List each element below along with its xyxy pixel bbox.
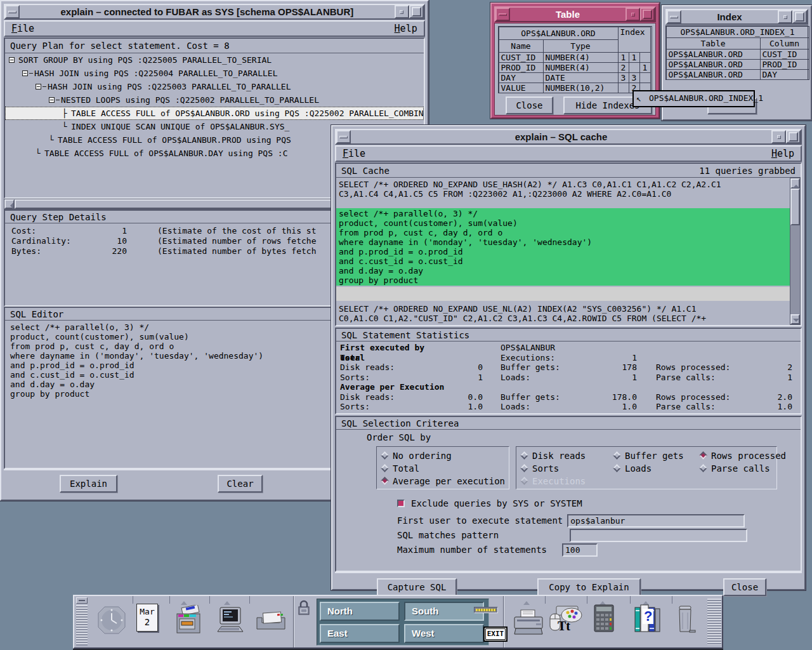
table-cell[interactable]: NUMBER(10,2) (543, 83, 619, 93)
radio-sorts[interactable]: Sorts (520, 462, 613, 475)
maximize-button[interactable] (786, 130, 801, 143)
table-cell[interactable]: CUST_ID (499, 52, 544, 63)
radio-diamond-icon[interactable] (699, 464, 707, 472)
radio-average-per-execution[interactable]: Average per execution (381, 475, 505, 488)
table-cell[interactable]: DATE (543, 72, 619, 83)
sql-cache-list[interactable]: SELECT /*+ ORDERED NO_EXPAND USE_HASH(A2… (336, 178, 790, 325)
maximize-button[interactable] (640, 8, 655, 21)
index-cell[interactable]: OPS$ALANBUR.ORD (666, 69, 761, 80)
workspace-south-button[interactable]: South (404, 602, 484, 621)
collapse-box-icon[interactable] (36, 84, 41, 90)
lock-icon[interactable] (297, 600, 311, 619)
panel-menu-button[interactable] (76, 597, 88, 604)
capture-sql-button[interactable]: Capture SQL (377, 578, 457, 596)
explain-titlebar[interactable]: explain – connected to FUBAR as SYS [sch… (4, 4, 425, 20)
clear-button[interactable]: Clear (218, 475, 263, 493)
window-menu-button[interactable] (336, 130, 351, 143)
radio-loads[interactable]: Loads (613, 462, 699, 475)
panel-left-grip[interactable] (76, 605, 88, 646)
workspace-north-button[interactable]: North (320, 602, 400, 621)
radio-diamond-icon[interactable] (520, 464, 528, 472)
cache-entry[interactable]: SELECT /*+ ORDERED NO_EXPAND USE_HASH(A2… (336, 179, 790, 199)
minimize-button[interactable] (771, 130, 786, 143)
scroll-down-arrow[interactable] (790, 314, 800, 324)
copy-to-explain-button[interactable]: Copy to Explain (537, 578, 641, 596)
index-cell[interactable]: DAY (760, 69, 809, 80)
radio-diamond-icon[interactable] (381, 477, 389, 485)
minimize-button[interactable] (625, 8, 640, 21)
plan-tree-row[interactable]: NESTED LOOPS using PQS :Q225002 PARALLEL… (5, 93, 424, 107)
table-cell[interactable]: VALUE (499, 83, 544, 93)
cache-entry-highlight-band[interactable] (336, 287, 790, 301)
plan-tree-row-selected[interactable]: ├ TABLE ACCESS FULL of OPS$ALANBUR.ORD u… (5, 107, 424, 120)
sql-pattern-input[interactable] (570, 529, 747, 542)
style-manager-icon[interactable]: Tt (549, 605, 584, 639)
subpanel-arrow-printer[interactable] (518, 597, 535, 603)
table-cell[interactable]: NUMBER(4) (543, 52, 619, 63)
workspace-west-button[interactable]: West (404, 624, 484, 643)
radio-parse-calls[interactable]: Parse calls (699, 462, 801, 475)
trash-icon[interactable] (676, 605, 697, 637)
radio-diamond-icon[interactable] (520, 451, 528, 460)
subpanel-arrow-files[interactable] (176, 597, 192, 603)
explain-button[interactable]: Explain (60, 475, 117, 493)
table-titlebar[interactable]: Table (494, 6, 656, 22)
radio-total[interactable]: Total (381, 462, 505, 475)
minimize-button[interactable] (395, 5, 409, 18)
scrollbar-thumb[interactable] (790, 189, 800, 225)
radio-diamond-icon[interactable] (381, 464, 389, 472)
first-user-input[interactable]: ops$alanbur (567, 514, 745, 527)
window-menu-button[interactable] (5, 5, 20, 18)
radio-buffer-gets[interactable]: Buffer gets (613, 449, 699, 462)
cache-close-button[interactable]: Close (723, 578, 766, 596)
index-cell[interactable]: PROD_ID (760, 59, 809, 70)
exclude-sys-checkbox-row[interactable]: Exclude queries by SYS or SYSTEM (397, 498, 582, 508)
cache-entry-selected[interactable]: select /*+ parallel(o, 3) */ product, co… (336, 208, 790, 286)
subpanel-arrow-apps[interactable] (219, 597, 235, 603)
panel-right-grip[interactable] (707, 599, 721, 645)
radio-no-ordering[interactable]: No ordering (381, 449, 505, 462)
terminal-icon[interactable] (215, 606, 246, 638)
table-cell[interactable]: DAY (499, 72, 544, 83)
exit-button[interactable]: EXIT (483, 627, 508, 642)
collapse-box-icon[interactable] (9, 57, 15, 63)
plan-tree-row[interactable]: SORT GROUP BY using PQS :Q225005 PARALLE… (5, 53, 424, 67)
window-menu-button[interactable] (667, 10, 681, 23)
maximize-button[interactable] (792, 10, 807, 23)
printer-icon[interactable] (512, 609, 545, 639)
cache-vertical-scrollbar[interactable] (790, 178, 801, 325)
workspace-east-button[interactable]: East (320, 624, 400, 643)
subpanel-arrow-tools[interactable] (594, 597, 611, 603)
minimize-button[interactable] (778, 10, 792, 23)
cache-titlebar[interactable]: explain – SQL cache (335, 129, 802, 145)
menu-help[interactable]: Help (395, 23, 417, 34)
radio-rows-processed[interactable]: Rows processed (699, 449, 801, 462)
clock-icon[interactable] (97, 606, 126, 637)
index-cell[interactable]: OPS$ALANBUR.ORD (666, 59, 761, 70)
menu-help[interactable]: Help (771, 148, 794, 159)
maximize-button[interactable] (409, 5, 424, 18)
plan-tree-row[interactable]: HASH JOIN using PQS :Q225004 PARALLEL_TO… (5, 67, 424, 80)
index-cell[interactable]: OPS$ALANBUR.ORD (666, 49, 761, 60)
max-statements-input[interactable]: 100 (562, 543, 598, 557)
file-manager-icon[interactable] (173, 605, 205, 639)
table-cell[interactable]: NUMBER(4) (543, 62, 619, 73)
cache-entry[interactable]: SELECT /*+ ORDERED NO_EXPAND USE_NL(A2) … (336, 303, 790, 324)
radio-diamond-icon[interactable] (381, 451, 389, 460)
subpanel-arrow-help[interactable] (638, 597, 654, 603)
radio-disk-reads[interactable]: Disk reads (520, 449, 613, 462)
index-cell[interactable]: CUST_ID (760, 49, 809, 60)
menu-file[interactable]: File (11, 23, 34, 34)
calculator-icon[interactable] (593, 604, 615, 635)
help-icon[interactable]: ? (634, 604, 662, 635)
index-titlebar[interactable]: Index (665, 9, 808, 25)
plan-tree-row[interactable]: HASH JOIN using PQS :Q225003 PARALLEL_TO… (5, 80, 424, 93)
window-menu-button[interactable] (495, 8, 510, 21)
collapse-box-icon[interactable] (22, 70, 28, 76)
scroll-left-arrow[interactable] (4, 199, 15, 209)
mail-icon[interactable] (254, 610, 287, 635)
radio-diamond-icon[interactable] (699, 451, 707, 460)
scroll-up-arrow[interactable] (790, 178, 800, 189)
menu-file[interactable]: File (343, 148, 365, 159)
calendar-icon[interactable]: Mar 2 (136, 604, 158, 632)
